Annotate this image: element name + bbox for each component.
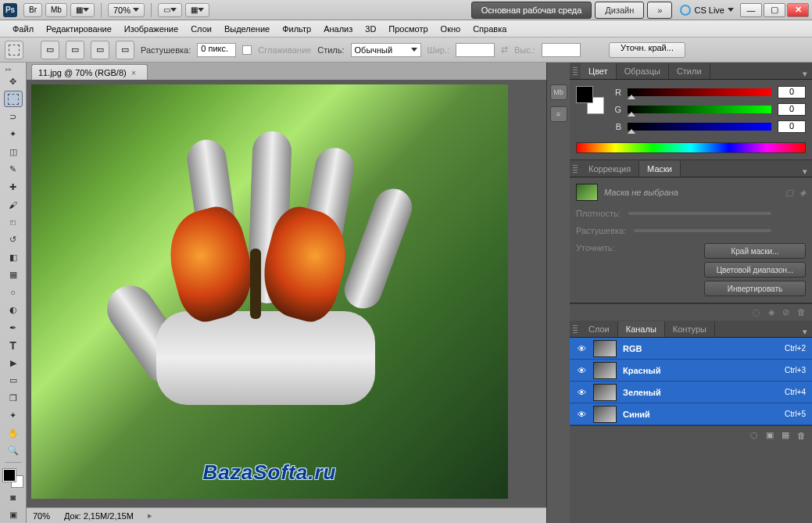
workspace-essentials[interactable]: Основная рабочая среда <box>471 2 592 19</box>
tab-swatches[interactable]: Образцы <box>617 63 669 79</box>
tab-adjustments[interactable]: Коррекция <box>581 161 639 177</box>
intersect-selection-icon[interactable]: ▭ <box>116 41 134 59</box>
pen-tool[interactable]: ✒ <box>4 320 23 335</box>
refine-edge-button[interactable]: Уточн. край... <box>609 42 685 58</box>
r-value[interactable]: 0 <box>778 86 806 99</box>
hand-tool[interactable]: ✋ <box>4 425 23 441</box>
b-value[interactable]: 0 <box>778 120 806 133</box>
zoom-tool[interactable]: 🔍 <box>4 442 23 458</box>
visibility-icon[interactable]: 👁 <box>576 344 587 353</box>
window-maximize[interactable]: ▢ <box>764 3 785 17</box>
vector-mask-icon[interactable]: ◈ <box>799 188 806 198</box>
new-selection-icon[interactable]: ▭ <box>41 41 59 59</box>
status-zoom[interactable]: 70% <box>33 511 50 521</box>
load-selection-icon[interactable]: ◌ <box>753 307 760 317</box>
screenmode-toggle[interactable]: ▣ <box>4 507 23 522</box>
minibridge-button[interactable]: Mb <box>45 3 67 17</box>
lasso-tool[interactable]: ⊃ <box>4 109 23 124</box>
channel-row-blue[interactable]: 👁СинийCtrl+5 <box>570 403 812 425</box>
window-close[interactable]: ✕ <box>787 3 809 17</box>
subtract-selection-icon[interactable]: ▭ <box>91 41 109 59</box>
type-tool[interactable]: T <box>4 337 23 353</box>
bridge-button[interactable]: Br <box>23 3 42 17</box>
history-brush-tool[interactable]: ↺ <box>4 232 23 248</box>
minibridge-panel-icon[interactable]: Mb <box>550 84 567 100</box>
path-select-tool[interactable]: ▶ <box>4 355 23 371</box>
cslive-button[interactable]: CS Live <box>680 5 734 16</box>
history-panel-icon[interactable]: ≡ <box>550 106 567 122</box>
visibility-icon[interactable]: 👁 <box>576 366 587 375</box>
visibility-icon[interactable]: 👁 <box>576 388 587 397</box>
apply-mask-icon[interactable]: ◈ <box>768 307 774 317</box>
menu-view[interactable]: Просмотр <box>382 23 434 35</box>
healing-tool[interactable]: ✚ <box>4 179 23 195</box>
load-channel-selection-icon[interactable]: ◌ <box>750 430 758 440</box>
menu-window[interactable]: Окно <box>435 23 467 35</box>
menu-edit[interactable]: Редактирование <box>40 23 118 35</box>
dodge-tool[interactable]: ◐ <box>4 302 23 317</box>
feather-input[interactable]: 0 пикс. <box>197 43 236 57</box>
menu-analysis[interactable]: Анализ <box>317 23 359 35</box>
workspace-design[interactable]: Дизайн <box>595 2 644 19</box>
close-document-icon[interactable]: × <box>131 68 141 77</box>
tab-styles[interactable]: Стили <box>669 63 710 79</box>
style-select[interactable]: Обычный <box>351 43 421 57</box>
save-selection-icon[interactable]: ▣ <box>766 430 774 440</box>
menu-layer[interactable]: Слои <box>184 23 218 35</box>
tab-color[interactable]: Цвет <box>581 63 617 79</box>
b-slider[interactable] <box>628 123 771 131</box>
eyedropper-tool[interactable]: ✎ <box>4 162 23 177</box>
tool-preset-picker[interactable] <box>5 41 23 59</box>
menu-select[interactable]: Выделение <box>218 23 276 35</box>
blur-tool[interactable]: ○ <box>4 285 23 300</box>
masks-panel-menu[interactable]: ▾ <box>798 167 812 177</box>
document-tab[interactable]: 11.jpg @ 70% (RGB/8) × <box>31 64 148 80</box>
mask-edge-button[interactable]: Край маски... <box>704 243 806 259</box>
menu-filter[interactable]: Фильтр <box>276 23 317 35</box>
menu-file[interactable]: Файл <box>6 23 40 35</box>
marquee-tool[interactable] <box>4 91 23 107</box>
new-channel-icon[interactable]: ▦ <box>782 430 789 440</box>
tab-channels[interactable]: Каналы <box>618 321 665 337</box>
g-slider[interactable] <box>628 106 771 113</box>
3d-camera-tool[interactable]: ✦ <box>4 407 23 423</box>
disable-mask-icon[interactable]: ⊘ <box>782 307 789 317</box>
move-tool[interactable]: ✥ <box>4 73 23 89</box>
canvas[interactable]: BazaSofta.ru <box>27 80 546 507</box>
stamp-tool[interactable]: ⏍ <box>4 214 23 230</box>
window-minimize[interactable]: — <box>740 3 762 17</box>
shape-tool[interactable]: ▭ <box>4 372 23 388</box>
channel-row-rgb[interactable]: 👁RGBCtrl+2 <box>570 338 812 360</box>
menu-3d[interactable]: 3D <box>359 23 382 35</box>
workspace-more[interactable]: » <box>647 2 672 19</box>
menu-image[interactable]: Изображение <box>118 23 184 35</box>
color-panel-swatches[interactable] <box>576 86 604 114</box>
channel-row-red[interactable]: 👁КрасныйCtrl+3 <box>570 360 812 382</box>
delete-channel-icon[interactable]: 🗑 <box>797 431 806 440</box>
pixel-mask-icon[interactable]: ▢ <box>785 188 793 198</box>
3d-tool[interactable]: ❒ <box>4 390 23 406</box>
tab-paths[interactable]: Контуры <box>665 321 715 337</box>
invert-button[interactable]: Инвертировать <box>704 281 806 296</box>
color-swatches[interactable] <box>3 469 23 488</box>
tab-masks[interactable]: Маски <box>639 161 681 177</box>
tab-layers[interactable]: Слои <box>581 321 618 337</box>
visibility-icon[interactable]: 👁 <box>576 410 587 419</box>
zoom-dropdown[interactable]: 70% <box>108 3 145 17</box>
gradient-tool[interactable]: ▦ <box>4 267 23 282</box>
delete-mask-icon[interactable]: 🗑 <box>797 307 806 317</box>
foreground-color-swatch[interactable] <box>3 469 16 482</box>
spectrum-ramp[interactable] <box>576 142 806 153</box>
channel-row-green[interactable]: 👁ЗеленыйCtrl+4 <box>570 382 812 403</box>
screen-mode-button[interactable]: ▭ <box>158 3 182 17</box>
g-value[interactable]: 0 <box>778 103 806 116</box>
color-range-button[interactable]: Цветовой диапазон... <box>704 262 806 278</box>
view-extras-button[interactable]: ▦ <box>70 3 95 17</box>
crop-tool[interactable]: ◫ <box>4 144 23 159</box>
brush-tool[interactable]: 🖌 <box>4 197 23 213</box>
quickmask-toggle[interactable]: ◙ <box>4 489 23 505</box>
wand-tool[interactable]: ✦ <box>4 127 23 142</box>
menu-help[interactable]: Справка <box>467 23 513 35</box>
color-panel-menu[interactable]: ▾ <box>798 69 812 79</box>
add-selection-icon[interactable]: ▭ <box>66 41 84 59</box>
